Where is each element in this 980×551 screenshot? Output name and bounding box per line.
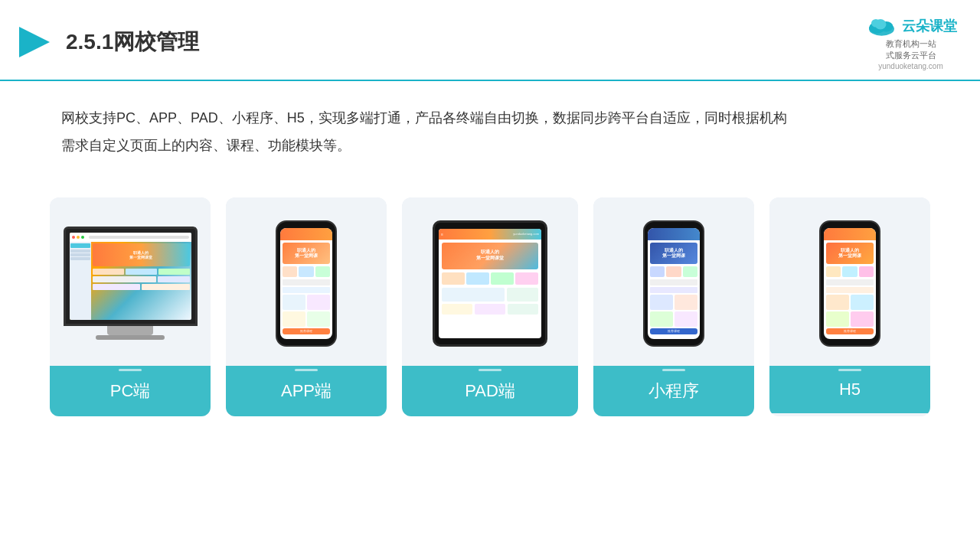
card-h5: 职通人的第一堂网课: [769, 197, 930, 416]
card-miniprogram-image: 职通人的第一堂网课: [593, 197, 754, 366]
card-app-image: 职通人的第一堂网课: [226, 197, 387, 366]
header: 2.5.1网校管理 云朵课堂 教育机构一站 式服务云平台 yunduoketan…: [0, 0, 980, 81]
card-pad: ≡ yunduoketang.com 职通人的第一堂网课堂: [402, 197, 578, 416]
header-left: 2.5.1网校管理: [15, 23, 199, 61]
logo-area: 云朵课堂 教育机构一站 式服务云平台 yunduoketang.com: [864, 14, 957, 70]
card-pad-image: ≡ yunduoketang.com 职通人的第一堂网课堂: [402, 197, 578, 366]
page-title: 2.5.1网校管理: [66, 28, 199, 57]
card-pc-label: PC端: [50, 366, 211, 416]
play-icon: [15, 23, 54, 61]
pc-screen-inner: 职通人的第一堂网课堂: [70, 233, 191, 320]
pad-mockup: ≡ yunduoketang.com 职通人的第一堂网课堂: [433, 220, 547, 347]
cards-container: 职通人的第一堂网课堂: [0, 174, 980, 439]
card-app-label: APP端: [226, 366, 387, 416]
logo-text: 云朵课堂: [902, 17, 957, 35]
card-h5-label: H5: [769, 366, 930, 413]
cloud-icon: [864, 14, 899, 38]
pc-screen-outer: 职通人的第一堂网课堂: [64, 227, 198, 326]
card-pc-image: 职通人的第一堂网课堂: [50, 197, 211, 366]
card-app: 职通人的第一堂网课: [226, 197, 387, 416]
logo-url: yunduoketang.com: [878, 62, 943, 70]
card-pad-label: PAD端: [402, 366, 578, 416]
card-miniprogram-label: 小程序: [593, 366, 754, 416]
description-text: 网校支持PC、APP、PAD、小程序、H5，实现多端打通，产品各终端自由切换，数…: [0, 81, 980, 167]
logo-tagline: 教育机构一站 式服务云平台: [886, 38, 936, 62]
app-phone-mockup: 职通人的第一堂网课: [276, 220, 337, 347]
card-miniprogram: 职通人的第一堂网课: [593, 197, 754, 416]
card-pc: 职通人的第一堂网课堂: [50, 197, 211, 416]
description-content: 网校支持PC、APP、PAD、小程序、H5，实现多端打通，产品各终端自由切换，数…: [61, 110, 787, 153]
logo-cloud: 云朵课堂: [864, 14, 957, 38]
h5-phone-mockup: 职通人的第一堂网课: [819, 220, 880, 347]
svg-point-5: [871, 19, 880, 28]
miniprogram-phone-mockup: 职通人的第一堂网课: [643, 220, 704, 347]
svg-marker-0: [19, 27, 50, 57]
card-h5-image: 职通人的第一堂网课: [769, 197, 930, 366]
